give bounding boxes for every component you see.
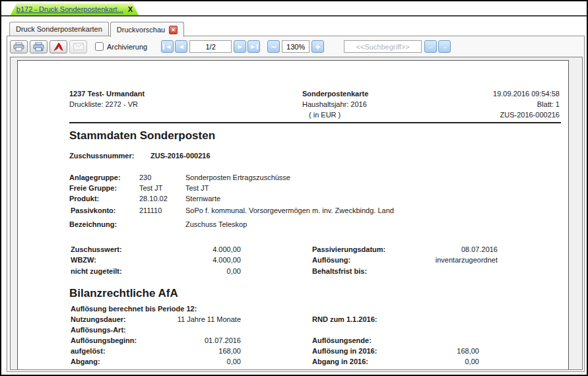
first-page-icon [163, 44, 164, 49]
field-text: SoPo f. kommunal. Vorsorgevermögen m. in… [185, 206, 394, 214]
tab-druck-sonderpostenkarten[interactable]: Druck Sonderpostenkarten [9, 22, 109, 36]
field-value: 0,00 [69, 267, 241, 275]
zus-number-text: ZUS-2016-000216 [493, 110, 560, 120]
datetime-text: 19.09.2016 09:54:58 [493, 88, 560, 99]
archiving-checkbox[interactable] [95, 42, 104, 51]
print-dialog-icon [33, 42, 44, 51]
field-value: 4.000,00 [69, 256, 241, 264]
field-label: Auflösungsende: [312, 336, 372, 344]
tab-close-icon[interactable]: ✕ [169, 26, 178, 34]
field-value: 11 Jahre 11 Monate [69, 315, 241, 323]
zoom-out-icon: − [271, 42, 277, 52]
last-page-button[interactable]: ► [247, 40, 260, 53]
prev-page-icon: ◄ [178, 44, 185, 50]
tab-label: Druckvorschau [117, 26, 165, 34]
value-row: Abgang: 0,00 Abgang in 2016: 0,00 [69, 358, 560, 368]
next-page-icon: ► [237, 44, 244, 50]
report-header-left: 1237 Test- Urmandant Druckliste: 2272 - … [69, 88, 145, 110]
field-value: 0,00 [69, 368, 241, 370]
page-number-input[interactable] [189, 40, 232, 53]
window-tab-b172[interactable]: b172 - Druck Sonderpostenkart... X [11, 3, 139, 15]
pdf-export-button[interactable] [49, 40, 67, 53]
mandant-text: 1237 Test- Urmandant [69, 88, 145, 99]
preview-toolbar: Archivierung ◄ ◄ ► ► − + ← → [7, 36, 584, 57]
table-row: Produkt: 28.10.02 Sternwarte [69, 195, 560, 205]
header-divider [69, 122, 561, 123]
last-page-icon: ► [249, 44, 256, 50]
table-row: Anlagegruppe: 230 Sonderposten Ertragszu… [69, 173, 560, 184]
field-text: Zuschuss Teleskop [185, 220, 247, 228]
search-input[interactable] [344, 40, 422, 53]
field-value: 0,00 [312, 358, 479, 365]
field-code: Test JT [139, 184, 162, 192]
table-row: Passivkonto: 211110 SoPo f. kommunal. Vo… [69, 206, 560, 217]
document-page: 1237 Test- Urmandant Druckliste: 2272 - … [17, 60, 569, 370]
field-label: Anlagegruppe: [69, 173, 121, 181]
window-tab-title: b172 - Druck Sonderpostenkart... [16, 5, 123, 13]
printer-icon [13, 42, 24, 51]
prev-page-button[interactable]: ◄ [175, 40, 187, 53]
mail-icon [73, 43, 84, 50]
value-row: Auflösungsbeginn: 01.07.2016 Auflösungse… [69, 336, 560, 347]
field-value: 0,00 [312, 368, 479, 370]
report-header-center: Sonderpostenkarte Haushaltsjahr: 2016 ( … [302, 88, 368, 120]
table-row: Bezeichnung: Zuschuss Teleskop [69, 220, 560, 231]
application-window: { "window": { "title_tab": "b172 - Druck… [0, 0, 588, 376]
value-row: Auflösungs-Art: [69, 326, 560, 336]
field-code: 211110 [139, 206, 162, 214]
field-value: 01.07.2016 [69, 336, 241, 344]
field-label: Behaltsfrist bis: [312, 267, 367, 275]
field-label: Auflösungs-Art: [71, 326, 126, 334]
field-label: Freie Gruppe: [69, 184, 117, 192]
field-label: RND zum 1.1.2016: [312, 315, 377, 323]
zuschussnummer-row: Zuschussnummer: ZUS-2016-000216 [69, 152, 560, 162]
currency-text: ( in EUR ) [302, 110, 368, 120]
field-label: Bezeichnung: [69, 220, 117, 228]
section-heading-afa: Bilanzrechtliche AfA [69, 287, 178, 300]
tab-druckvorschau[interactable]: Druckvorschau ✕ [110, 22, 184, 37]
field-code: 230 [139, 173, 151, 181]
section-heading-stammdaten: Stammdaten Sonderposten [69, 129, 215, 142]
haushaltsjahr-text: Haushaltsjahr: 2016 [302, 99, 368, 110]
table-row: Freie Gruppe: Test JT Test JT [69, 184, 560, 195]
preview-area[interactable]: 1237 Test- Urmandant Druckliste: 2272 - … [10, 57, 583, 370]
report-header-right: 19.09.2016 09:54:58 Blatt: 1 ZUS-2016-00… [493, 88, 560, 120]
field-value: inventarzugeordnet [312, 256, 498, 264]
field-value: 0,00 [69, 358, 241, 365]
field-text: Test JT [185, 184, 209, 192]
field-value: 4.000,00 [69, 245, 241, 253]
value-row: aufgelöst: 168,00 Auflösung in 2016: 168… [69, 347, 560, 358]
search-next-button[interactable]: → [438, 40, 451, 53]
zoom-out-button[interactable]: − [267, 40, 280, 53]
next-page-button[interactable]: ► [234, 40, 246, 53]
window-close-icon[interactable]: X [128, 5, 133, 13]
value-row: nicht zugeteilt: 0,00 Behaltsfrist bis: [69, 267, 560, 278]
field-label: Zuschussnummer: [69, 152, 134, 160]
value-row: Zuschusswert: 4.000,00 Passivierungsdatu… [69, 245, 560, 256]
print-button[interactable] [10, 40, 28, 53]
search-next-icon: → [441, 44, 447, 50]
mail-button[interactable] [69, 40, 87, 53]
first-page-button[interactable]: ◄ [161, 40, 174, 53]
field-value: 168,00 [312, 347, 479, 355]
tab-label: Druck Sonderpostenkarten [16, 25, 102, 33]
field-value: ZUS-2016-000216 [150, 152, 211, 160]
print-dialog-button[interactable] [30, 40, 48, 53]
search-prev-button[interactable]: ← [424, 40, 437, 53]
field-code: 28.10.02 [139, 195, 168, 203]
window-tab-strip: b172 - Druck Sonderpostenkart... X [1, 1, 587, 16]
field-text: Sternwarte [185, 195, 220, 203]
search-prev-icon: ← [428, 44, 434, 50]
afa-subheading: Auflösung berechnet bis Periode 12: [71, 305, 197, 313]
zoom-in-button[interactable]: + [311, 40, 324, 53]
field-value: 08.07.2016 [312, 245, 498, 253]
archiving-label: Archivierung [107, 43, 147, 51]
druckliste-text: Druckliste: 2272 - VR [69, 99, 145, 110]
tab-bar: Druck Sonderpostenkarten Druckvorschau ✕ [9, 22, 185, 36]
zoom-level-input[interactable] [282, 40, 310, 53]
value-row: Sonder-Aufl.: 0,00 Sonder-Aufl. in 2016:… [69, 368, 560, 370]
druckvorschau-panel: Archivierung ◄ ◄ ► ► − + ← → 1237 Test- … [7, 36, 585, 372]
field-text: Sonderposten Ertragszuschüsse [185, 173, 290, 181]
field-label: Passivkonto: [71, 206, 115, 214]
field-value: 168,00 [69, 347, 241, 355]
